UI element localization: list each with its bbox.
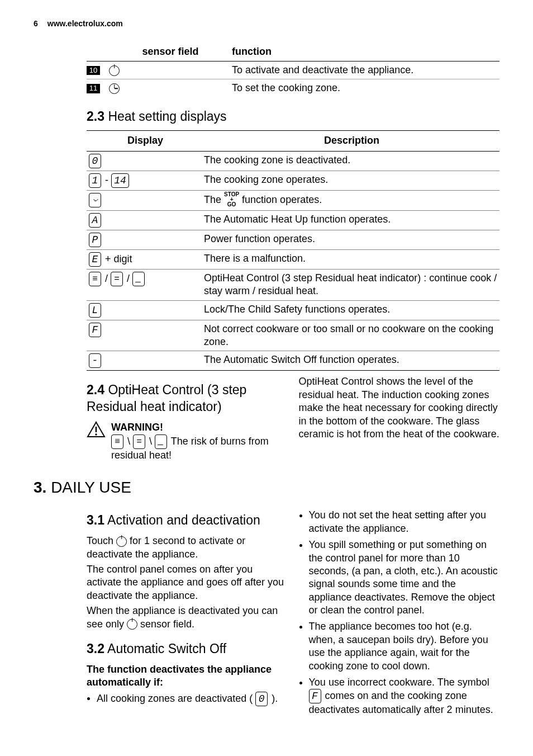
section-title: OptiHeat Control (3 step Residual heat i… (87, 382, 246, 414)
activation-text: The control panel comes on after you act… (87, 563, 288, 602)
page-number: 6 (34, 18, 38, 29)
page-header: 6 www.electrolux.com (34, 17, 499, 30)
disp-desc: The Automatic Switch Off function operat… (204, 351, 499, 371)
list-item: You use incorrect cookware. The symbol F… (309, 676, 500, 717)
table-row: ≡ / = / _ OptiHeat Control (3 step Resid… (87, 269, 499, 300)
section-2-3-heading: 2.3 Heat setting displays (87, 108, 499, 125)
optiheat-description: OptiHeat Control shows the level of the … (299, 375, 500, 441)
list-item: The appliance becomes too hot (e.g. when… (309, 620, 500, 673)
section-3-2-heading: 3.2 Automatic Switch Off (87, 641, 288, 658)
disp-desc: OptiHeat Control (3 step Residual heat i… (204, 269, 499, 300)
table-row: 0 The cooking zone is deactivated. (87, 151, 499, 171)
fn-col1-header: sensor field (109, 43, 232, 61)
disp-desc: There is a malfunction. (204, 249, 499, 269)
warning-icon (87, 421, 106, 438)
segment-symbol: 0 (255, 692, 268, 706)
segment-symbol: F (309, 689, 321, 703)
fn-desc: To set the cooking zone. (232, 79, 499, 97)
main-content: sensor field function 10 To activate and… (87, 43, 499, 462)
segment-symbol: _ (155, 434, 167, 449)
segment-symbol: A (89, 213, 101, 228)
table-row: E + digit There is a malfunction. (87, 249, 499, 269)
timer-icon (109, 83, 120, 94)
segment-symbol: - (89, 353, 101, 368)
table-row: F Not correct cookware or too small or n… (87, 320, 499, 351)
table-row: L Lock/The Child Safety functions operat… (87, 300, 499, 320)
section-3-heading: 3. DAILY USE (34, 478, 499, 498)
row-badge: 11 (87, 84, 100, 93)
section-title: Activation and deactivation (107, 513, 260, 527)
section-2-4-heading: 2.4 OptiHeat Control (3 step Residual he… (87, 382, 288, 415)
power-icon (109, 65, 120, 76)
disp-desc: The Automatic Heat Up function operates. (204, 210, 499, 230)
section-title: Automatic Switch Off (107, 641, 226, 656)
segment-symbol: 0 (89, 154, 101, 168)
disp-desc: The STOP+GO function operates. (204, 190, 499, 210)
table-row: ⏑ The STOP+GO function operates. (87, 190, 499, 210)
segment-symbol: F (89, 323, 101, 337)
sensor-field-table: sensor field function 10 To activate and… (87, 43, 499, 97)
stop-go-icon: STOP+GO (224, 192, 239, 207)
section-3-1-heading: 3.1 Activation and deactivation (87, 512, 288, 529)
segment-symbol: ≡ (111, 434, 123, 449)
disp-desc: Lock/The Child Safety functions operates… (204, 300, 499, 320)
table-row: A The Automatic Heat Up function operate… (87, 210, 499, 230)
svg-point-2 (95, 433, 97, 435)
section-title: Heat setting displays (108, 109, 226, 124)
segment-symbol: L (89, 303, 101, 318)
table-row: 11 To set the cooking zone. (87, 79, 499, 97)
disp-col2-header: Description (204, 131, 499, 151)
activation-text: When the appliance is deactivated you ca… (87, 604, 288, 631)
warning-block: WARNING! ≡ \ = \ _ The risk of burns fro… (87, 421, 288, 462)
disp-col1-header: Display (87, 131, 204, 151)
fn-desc: To activate and deactivate the appliance… (232, 61, 499, 79)
site-url: www.electrolux.com (47, 18, 123, 29)
segment-symbol: ⏑ (89, 193, 101, 207)
warning-text: ≡ \ = \ _ The risk of burns from residua… (111, 434, 288, 462)
section-num: 3.2 (87, 641, 104, 656)
auto-switch-off-subhead: The function deactivates the appliance a… (87, 663, 288, 689)
activation-text: Touch for 1 second to activate or deacti… (87, 535, 288, 561)
section-num: 3.1 (87, 513, 104, 527)
section-num: 2.3 (87, 109, 104, 124)
segment-symbol: = (133, 434, 145, 449)
power-icon (116, 536, 127, 547)
section-num: 3. (34, 479, 46, 496)
section-title: DAILY USE (51, 479, 131, 496)
list-item: All cooking zones are deactivated ( 0 ). (97, 692, 288, 706)
warning-label: WARNING! (111, 421, 288, 434)
disp-desc: Power function operates. (204, 230, 499, 249)
table-row: 1 - 14 The cooking zone operates. (87, 171, 499, 190)
segment-symbol: _ (132, 272, 145, 286)
segment-symbol: 1 (89, 173, 101, 188)
fn-col2-header: function (232, 43, 499, 61)
segment-symbol: ≡ (89, 272, 101, 286)
segment-symbol: 14 (111, 173, 129, 188)
table-row: P Power function operates. (87, 230, 499, 249)
segment-symbol: E (89, 252, 101, 267)
table-row: - The Automatic Switch Off function oper… (87, 351, 499, 371)
segment-symbol: P (89, 233, 101, 247)
list-item: You spill something or put something on … (309, 538, 500, 617)
segment-symbol: = (111, 272, 123, 286)
power-icon (127, 619, 137, 630)
disp-desc: Not correct cookware or too small or no … (204, 320, 499, 351)
row-badge: 10 (87, 66, 100, 75)
heat-display-table: Display Description 0 The cooking zone i… (87, 130, 499, 371)
list-item: You do not set the heat setting after yo… (309, 509, 500, 535)
disp-desc: The cooking zone is deactivated. (204, 151, 499, 171)
section-num: 2.4 (87, 382, 104, 397)
table-row: 10 To activate and deactivate the applia… (87, 61, 499, 79)
disp-desc: The cooking zone operates. (204, 171, 499, 190)
